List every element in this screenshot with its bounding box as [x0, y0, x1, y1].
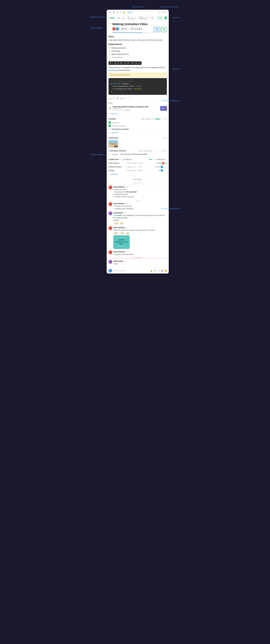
- plan-button[interactable]: 📅 Plan: [120, 28, 129, 30]
- thumbs-up-icon[interactable]: 👍: [123, 11, 125, 14]
- time-row-initial: Initial Sketches ⏱ Apr 11, 19:07 → 22:02…: [109, 162, 167, 165]
- comment-video-icon[interactable]: 🎤: [161, 270, 163, 272]
- window-controls: □ →| ✕: [158, 11, 167, 14]
- brand-highlight: branding colors: [117, 53, 129, 55]
- link-format-button[interactable]: 🔗: [127, 62, 130, 64]
- list-view-button[interactable]: ≡: [166, 137, 167, 139]
- link-title[interactable]: Online Mood Board Template & Example | M…: [113, 106, 159, 108]
- activity-text-vasil: @claraMM Is the adaptation of the sketch…: [113, 214, 167, 219]
- smile-reaction-2[interactable]: 😊: [126, 232, 130, 234]
- markdown-icon[interactable]: MD: [109, 98, 112, 100]
- thumbs-up-reaction[interactable]: 👍 1: [113, 222, 119, 225]
- story-point-13[interactable]: 13: [153, 27, 160, 32]
- avatar-vasil: V: [109, 212, 112, 215]
- smile-reaction[interactable]: 😊: [119, 222, 124, 225]
- activity-item-vasil-last: V Vasil Enchev 4:11 Sweet!: [109, 260, 167, 265]
- tracked-expand-icon[interactable]: ∧: [166, 158, 167, 160]
- activity-item-clara-sys: C Clara Clarkson 4:06 🔗 added link to th…: [109, 202, 167, 210]
- sidebar-button[interactable]: →|: [161, 11, 164, 14]
- time-actions-parallax[interactable]: ⋮⋮: [164, 170, 167, 172]
- new-item-label: New item: [111, 132, 118, 134]
- grid-view-button[interactable]: ⊞: [164, 137, 165, 139]
- check-smoothness[interactable]: [109, 128, 111, 130]
- strikethrough-button[interactable]: S: [117, 62, 119, 64]
- mood-board-link[interactable]: mood board: [109, 69, 118, 71]
- time-duration-walking: 2h 10m: [155, 166, 160, 168]
- grid-icon[interactable]: ⊞: [119, 11, 121, 14]
- numbered-list-icon[interactable]: ⋮≡: [128, 98, 132, 100]
- annotation-expand-icon[interactable]: ∧: [166, 150, 167, 152]
- italic-button[interactable]: I: [112, 62, 114, 64]
- comment-attach-icon[interactable]: 📎: [154, 270, 156, 272]
- location-icon[interactable]: 📍: [116, 98, 119, 100]
- link-info: Online Mood Board Template & Example | M…: [113, 106, 159, 111]
- download-icon[interactable]: ⬇: [120, 158, 121, 160]
- time-duration-parallax: 1h: [158, 170, 160, 171]
- link-icon[interactable]: 🔗: [112, 11, 115, 14]
- hide-completed-button[interactable]: Hide completed (2): [141, 118, 154, 120]
- time-actions-walking[interactable]: ⋮⋮: [164, 166, 167, 168]
- time-avatar-initial: C: [162, 162, 164, 164]
- pencil-button[interactable]: ✎: [124, 62, 126, 64]
- comment-input-field[interactable]: [113, 270, 149, 272]
- task-complete-checkbox[interactable]: [109, 23, 111, 25]
- h2-button[interactable]: H2: [135, 62, 137, 64]
- h3-button[interactable]: H3: [138, 62, 141, 64]
- table-icon[interactable]: ⊞: [123, 98, 124, 100]
- task-card: 📎 🔗 ☰ ⊞ 👍 👁 2 ▾ ··· □ →| ✕ VISIBLE #225 …: [107, 10, 169, 274]
- miro-favicon: M: [109, 107, 111, 110]
- bold-button[interactable]: B: [110, 62, 112, 64]
- play-button[interactable]: ▶: [165, 16, 167, 20]
- requirements-list: Walking animation Flat design Match bran…: [109, 46, 167, 59]
- code-comment: /* The animation code */: [111, 80, 134, 82]
- expand-button[interactable]: □: [158, 11, 160, 14]
- activity-name-vasil-last: Vasil Enchev: [113, 260, 123, 262]
- link-delete-button[interactable]: Delete: [126, 109, 130, 111]
- comment-gif-icon[interactable]: GIF: [157, 270, 160, 272]
- attachment-thumb-1[interactable]: 0 / 1: [109, 140, 118, 148]
- time-meta-walking: ⏱ Apr 26, 9:17 → 11:27: [126, 166, 155, 168]
- add-link-button[interactable]: ＋ Add Link...: [109, 112, 167, 116]
- requirements-section: Requirements: Walking animation Flat des…: [107, 43, 169, 60]
- attachment-icon[interactable]: 📎: [109, 11, 111, 14]
- check-sketches[interactable]: ✓: [109, 122, 111, 124]
- clock-sm-icon-2: ⏱: [126, 166, 128, 168]
- comment-emoji-icon[interactable]: 🔒: [150, 270, 153, 272]
- activity-time-clara-chat: 4:10: [126, 227, 129, 228]
- new-checklist-item-button[interactable]: ＋ New item: [109, 131, 167, 134]
- story-point-8[interactable]: 8: [161, 27, 167, 32]
- more-options-button[interactable]: ···: [135, 11, 136, 14]
- new-messages-divider: New Messages: [109, 257, 167, 259]
- show-completed-button[interactable]: Show completed (0): [139, 150, 152, 152]
- hide-details-button[interactable]: Hide Details: [107, 177, 169, 182]
- deadline-button[interactable]: 🚩 Set Deadline: [130, 28, 143, 30]
- email-icon[interactable]: ✉: [113, 98, 115, 100]
- watchers-badge[interactable]: 👁 2 ▾: [127, 11, 133, 14]
- activity-content-clara-init: Clara Clarkson 6:18 created this card 📎 …: [113, 186, 167, 198]
- formatting-toolbar: B I U S {} ✎ 🔗 H1 H2 H3: [109, 61, 142, 65]
- activity-time-vasil: 4:07: [124, 212, 127, 214]
- code-button[interactable]: {}: [120, 62, 122, 64]
- bullet-icon[interactable]: ≡: [126, 98, 127, 100]
- status-dropdown[interactable]: In Progress ▾: [127, 16, 136, 20]
- plus-icon: ＋: [109, 112, 110, 115]
- milestone-button[interactable]: ⚑ Set Milestone ▾: [137, 16, 150, 20]
- hug-reaction[interactable]: 🤗 1: [113, 232, 119, 234]
- check-walking[interactable]: ✓: [109, 125, 111, 127]
- time-actions-initial[interactable]: 💲: [165, 162, 167, 164]
- trophy-reaction[interactable]: 🏆 1: [119, 232, 125, 234]
- list-icon[interactable]: ☰: [116, 11, 118, 14]
- h1-button[interactable]: H1: [131, 62, 134, 64]
- comment-input-area: V 🔒 📎 GIF 🎤 😊: [107, 268, 169, 274]
- sticker-content: ⌇⌇⌇⌇⌇⌇⌇ SUPERPRODUCTIVEDAY ⌇⌇⌇⌇⌇⌇⌇: [113, 235, 130, 249]
- annotation-checkbox[interactable]: [109, 154, 110, 156]
- expand-editor-icon[interactable]: ⤢: [165, 98, 167, 100]
- comment-smile-icon[interactable]: 😊: [165, 270, 167, 272]
- add-time-button[interactable]: ＋ Add time...: [109, 172, 167, 176]
- progress-fill-blue: [112, 32, 142, 33]
- underline-button[interactable]: U: [114, 62, 117, 64]
- tracked-time-header: Tracked Time ⬇ 2 Contributors 6h 5m / 17…: [109, 158, 167, 160]
- checklist-title: Checklist: [109, 118, 116, 120]
- code-block-icon[interactable]: {}: [120, 98, 121, 100]
- close-button[interactable]: ✕: [165, 11, 167, 14]
